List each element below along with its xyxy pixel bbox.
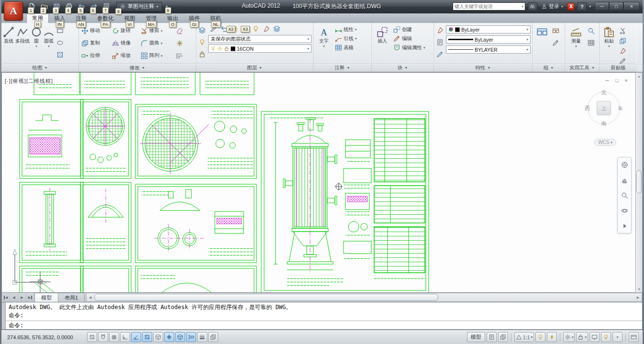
tab-nav-first-button[interactable]: ◀	[2, 293, 10, 302]
qat-save-button[interactable]: 3	[51, 1, 62, 11]
edit-attributes-button[interactable]: 编辑属性▾	[392, 44, 426, 51]
help-button[interactable]: ?	[577, 2, 587, 11]
infocenter-searchbox[interactable]: ▾	[453, 2, 525, 11]
qat-plot-button[interactable]: 4	[64, 1, 75, 11]
array-button[interactable]: 阵列▾	[140, 52, 175, 59]
leader-button[interactable]: 引线▾	[334, 35, 358, 42]
horizontal-scrollbar[interactable]: ◀ ▶	[86, 293, 642, 302]
rotate-button[interactable]: 旋转	[111, 27, 140, 34]
ribbon-tab-parametric[interactable]: 参数化PA	[92, 13, 119, 23]
toggle-infer-constraints[interactable]	[87, 332, 97, 342]
command-window-grip[interactable]	[2, 302, 6, 329]
clean-screen-button[interactable]	[629, 332, 639, 342]
model-space-button[interactable]: 模型	[467, 332, 485, 342]
trim-button[interactable]: 修剪▾	[140, 27, 175, 34]
toggle-polar-tracking[interactable]	[131, 332, 141, 342]
measure-button[interactable]: 测量▾	[566, 24, 586, 63]
polyline-button[interactable]: 多段线	[15, 24, 30, 63]
compass-south[interactable]: 南	[601, 120, 607, 127]
mirror-button[interactable]: 镜像	[111, 40, 140, 47]
linear-dimension-button[interactable]: 线性▾	[334, 26, 358, 33]
quick-select-button[interactable]	[587, 26, 595, 35]
tab-layout1[interactable]: 布局1	[58, 293, 85, 302]
annotation-scale-button[interactable]: 1:1 ▾	[514, 332, 534, 342]
fillet-button[interactable]: 圆角▾	[140, 40, 175, 47]
layer-properties-button[interactable]	[198, 26, 206, 35]
toggle-object-snap[interactable]	[142, 332, 152, 342]
toggle-dynamic-input[interactable]	[186, 332, 196, 342]
quick-view-drawings-button[interactable]	[498, 332, 508, 342]
view-cube[interactable]: 北 西 东 南 上	[586, 90, 622, 126]
quick-calculator-button[interactable]	[587, 38, 595, 47]
create-block-button[interactable]: 创建	[392, 26, 426, 33]
copy-clip-button[interactable]	[618, 36, 627, 45]
paste-special-button[interactable]	[618, 46, 627, 55]
coordinates-display[interactable]: 274.6536, 576.3532, 0.0000	[5, 333, 86, 342]
move-button[interactable]: 移动	[80, 27, 111, 34]
qat-new-button[interactable]: 1	[26, 1, 37, 11]
orbit-button[interactable]	[620, 206, 629, 215]
insert-block-button[interactable]: 插入	[373, 24, 391, 63]
toggle-snap-mode[interactable]	[98, 332, 108, 342]
circle-button[interactable]: 圆▾	[31, 24, 42, 63]
search-button[interactable]	[528, 2, 537, 11]
annotation-autoscale-button[interactable]	[547, 332, 557, 342]
horizontal-scrollbar-thumb[interactable]	[94, 294, 438, 301]
ribbon-tab-manage[interactable]: 管理MA	[141, 13, 162, 23]
qat-redo-button[interactable]: 6	[89, 1, 100, 11]
help-menu-caret-icon[interactable]: ▾	[589, 5, 591, 8]
showmotion-button[interactable]	[620, 221, 629, 231]
ribbon-tab-output[interactable]: 输出O	[162, 13, 184, 23]
object-color-dropdown[interactable]: ByLayer ▾	[446, 25, 531, 33]
copy-button[interactable]: 复制	[80, 40, 111, 47]
vertical-scrollbar[interactable]: ▲ ▼	[635, 72, 643, 293]
scroll-down-button[interactable]: ▼	[636, 286, 642, 292]
layer-color-swatch[interactable]	[231, 46, 235, 51]
isolate-objects-button[interactable]	[601, 332, 611, 342]
properties-list-button[interactable]	[435, 38, 444, 47]
scroll-up-button[interactable]: ▲	[636, 73, 642, 79]
tab-nav-prev-button[interactable]: ◀	[10, 293, 18, 302]
exchange-apps-button[interactable]: X	[567, 3, 575, 11]
pan-button[interactable]	[620, 175, 629, 185]
linetype-dropdown[interactable]: BYLAYER ▾	[446, 45, 531, 54]
ribbon-tab-plugins[interactable]: 插件GI	[184, 13, 205, 23]
application-menu-button[interactable]: A	[4, 1, 23, 21]
panel-label-utilities[interactable]: 实用工具▼	[565, 63, 599, 72]
offset-button[interactable]	[175, 51, 184, 60]
viewport-restore-icon[interactable]: □	[615, 78, 619, 83]
hatch-button[interactable]	[56, 50, 64, 59]
tab-nav-last-button[interactable]: ▶	[26, 293, 34, 302]
ribbon-tab-view[interactable]: 视图VI	[119, 13, 141, 23]
view-cube-top-face[interactable]: 上	[597, 101, 611, 115]
panel-label-block[interactable]: 块▼	[372, 63, 433, 72]
maximize-button[interactable]: □	[609, 2, 623, 11]
group-button[interactable]	[534, 24, 550, 63]
qat-undo-button[interactable]: 5	[76, 1, 87, 11]
compass-east[interactable]: 东	[618, 105, 623, 112]
minimize-button[interactable]: ─	[595, 2, 609, 11]
search-input[interactable]	[455, 4, 522, 9]
compass-west[interactable]: 西	[585, 105, 590, 112]
panel-label-annotation[interactable]: 注释▼	[313, 63, 371, 72]
panel-label-layers[interactable]: 图层▼	[196, 63, 313, 72]
layer-off-button[interactable]	[198, 38, 206, 47]
paste-button[interactable]: 粘贴▾	[601, 24, 617, 64]
ribbon-tab-home[interactable]: 常用H	[26, 13, 49, 23]
panel-label-modify[interactable]: 修改▼	[79, 63, 196, 72]
drawing-area[interactable]: [-][俯视][二维线框] ─ □ × 北 西 东 南 上 WCS ▾	[1, 72, 635, 293]
edit-block-button[interactable]: 编辑	[392, 35, 426, 42]
table-button[interactable]: 表格	[334, 44, 358, 51]
toggle-dynamic-ucs[interactable]	[175, 332, 185, 342]
quick-view-layouts-button[interactable]	[487, 332, 497, 342]
stretch-button[interactable]: 拉伸	[80, 52, 111, 59]
text-button[interactable]: 文字▾	[315, 24, 333, 63]
toolbar-lock-button[interactable]: ▾	[576, 332, 588, 342]
wcs-dropdown[interactable]: WCS ▾	[594, 139, 616, 146]
layer-dropdown[interactable]: 16CON ▾	[208, 44, 311, 53]
explode-button[interactable]	[175, 39, 184, 48]
tab-nav-next-button[interactable]: ▶	[18, 293, 26, 302]
layer-state-dropdown[interactable]: 未保存的图层状态▾	[208, 35, 311, 43]
group-edit-button[interactable]	[551, 38, 560, 47]
qat-open-button[interactable]: 2	[39, 1, 50, 11]
